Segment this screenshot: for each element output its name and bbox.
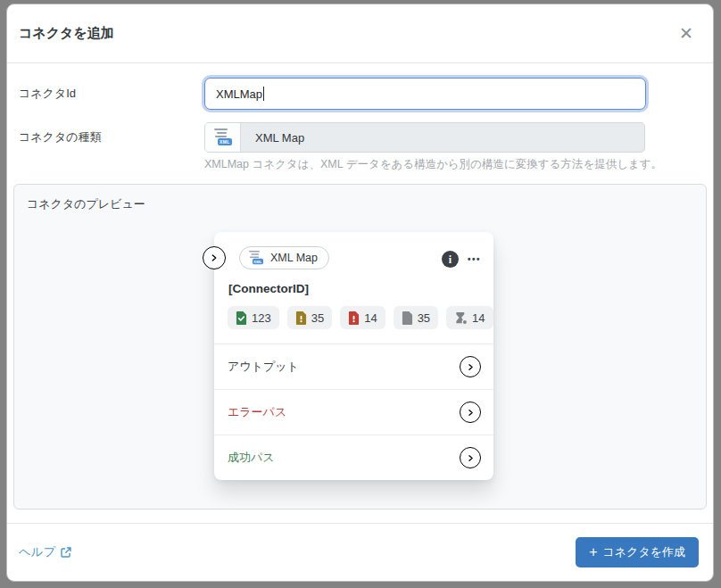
error-path-label: エラーパス [228, 404, 286, 420]
status-badge-warning: 35 [287, 306, 332, 329]
status-badge-success: 123 [228, 306, 279, 329]
help-link-label: ヘルプ [19, 544, 55, 560]
connector-type-field: XML XML Map [204, 122, 645, 153]
success-path-row[interactable]: 成功パス [214, 435, 493, 480]
dialog-footer: ヘルプ + コネクタを作成 [7, 524, 713, 581]
status-badge-pending: 14 [446, 306, 493, 329]
chip-label: XML Map [270, 252, 318, 264]
status-badges: 123 35 14 [228, 306, 479, 329]
connector-type-description: XMLMap コネクタは、XML データをある構造から別の構造に変換する方法を提… [204, 157, 700, 172]
connector-type-icon-box: XML [205, 123, 241, 152]
ellipsis-menu-icon[interactable]: ••• [468, 255, 481, 264]
output-row[interactable]: アウトプット [214, 344, 493, 389]
connector-id-label: コネクタId [19, 86, 204, 102]
external-link-icon [60, 546, 72, 559]
card-top: XML XML Map i ••• [ConnectorID] 12 [214, 232, 493, 344]
connector-preview-panel: コネクタのプレビュー XML XML Map [13, 184, 707, 509]
create-connector-button[interactable]: + コネクタを作成 [576, 537, 699, 567]
output-row-label: アウトプット [228, 359, 299, 375]
connector-type-chip[interactable]: XML XML Map [239, 246, 329, 269]
error-path-open-button[interactable] [460, 402, 481, 423]
info-icon[interactable]: i [442, 251, 459, 268]
connector-id-input[interactable]: XMLMap [204, 78, 646, 110]
output-open-button[interactable] [460, 356, 481, 377]
chevron-right-icon [465, 452, 477, 464]
doc-error-icon [348, 311, 360, 325]
xml-map-icon: XML [249, 251, 263, 265]
chevron-right-icon [208, 252, 220, 264]
status-badge-documents: 35 [394, 306, 438, 329]
connector-id-placeholder: [ConnectorID] [228, 282, 479, 295]
success-path-open-button[interactable] [460, 447, 481, 468]
text-cursor [263, 87, 264, 101]
form-section: コネクタId XMLMap コネクタの種類 XML XML Map XMLMap… [7, 63, 713, 172]
doc-success-icon [236, 311, 247, 325]
add-connector-dialog: コネクタを追加 ✕ コネクタId XMLMap コネクタの種類 XML XML … [6, 4, 714, 582]
error-path-row[interactable]: エラーパス [214, 389, 493, 435]
close-icon[interactable]: ✕ [675, 23, 697, 44]
plus-icon: + [589, 545, 597, 559]
dialog-title: コネクタを追加 [19, 25, 114, 42]
connector-type-label: コネクタの種類 [19, 129, 204, 145]
success-path-label: 成功パス [228, 450, 275, 466]
doc-warning-icon [295, 311, 307, 325]
connector-id-value: XMLMap [216, 87, 262, 101]
dialog-header: コネクタを追加 ✕ [7, 4, 713, 63]
expand-node-button[interactable] [203, 246, 226, 269]
xml-map-icon: XML [214, 128, 232, 146]
help-link[interactable]: ヘルプ [19, 544, 72, 560]
create-connector-label: コネクタを作成 [602, 544, 685, 560]
status-badge-error: 14 [340, 306, 385, 329]
chevron-right-icon [465, 361, 477, 373]
hourglass-icon [454, 311, 468, 325]
chevron-right-icon [465, 407, 477, 418]
connector-type-value: XML Map [241, 131, 304, 145]
doc-icon [402, 311, 413, 325]
preview-label: コネクタのプレビュー [27, 196, 145, 212]
connector-preview-card: XML XML Map i ••• [ConnectorID] 12 [214, 232, 493, 480]
